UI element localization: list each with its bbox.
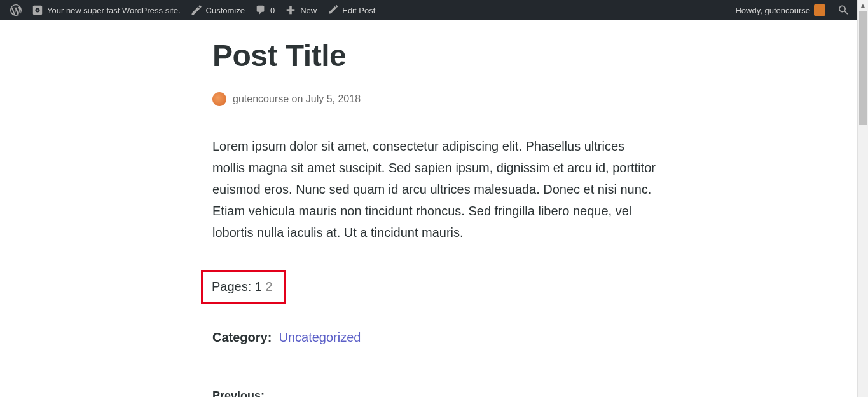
admin-search-button[interactable] — [836, 2, 852, 18]
scroll-thumb[interactable] — [859, 11, 867, 125]
vertical-scrollbar[interactable]: ▲ — [857, 0, 868, 397]
pages-highlight-box: Pages: 1 2 — [201, 270, 286, 304]
admin-bar-left: Your new super fast WordPress site. Cust… — [5, 0, 380, 20]
dashboard-icon — [32, 4, 43, 16]
post-date[interactable]: July 5, 2018 — [306, 93, 361, 104]
scroll-up-arrow[interactable]: ▲ — [858, 0, 868, 11]
post-byline: gutencourse on July 5, 2018 — [212, 92, 658, 106]
category-label: Category: — [212, 330, 272, 344]
page-content-wrap: Post Title gutencourse on July 5, 2018 L… — [0, 20, 857, 397]
page-links: Pages: 1 2 — [212, 270, 286, 304]
comments-count: 0 — [270, 6, 275, 15]
comments-icon — [255, 4, 266, 16]
author-name[interactable]: gutencourse — [233, 93, 289, 104]
user-avatar-mini — [814, 4, 825, 16]
edit-icon — [327, 4, 338, 16]
admin-bar-right: Howdy, gutencourse — [730, 0, 852, 20]
author-avatar — [212, 92, 226, 106]
wp-logo-menu[interactable] — [5, 0, 27, 20]
pages-label: Pages: — [212, 279, 251, 293]
byline-text: gutencourse on July 5, 2018 — [233, 93, 361, 105]
byline-on: on — [292, 93, 303, 104]
prev-label: Previous: — [212, 389, 658, 397]
page-current: 1 — [255, 279, 262, 293]
page-link-2[interactable]: 2 — [266, 279, 273, 293]
edit-post-label: Edit Post — [342, 6, 375, 15]
customize-menu[interactable]: Customize — [186, 0, 250, 20]
category-link[interactable]: Uncategorized — [279, 330, 361, 344]
new-label: New — [300, 6, 317, 15]
comments-menu[interactable]: 0 — [250, 0, 280, 20]
plus-icon — [285, 4, 296, 16]
search-icon — [838, 4, 850, 16]
wp-admin-bar: Your new super fast WordPress site. Cust… — [0, 0, 857, 20]
new-content-menu[interactable]: New — [280, 0, 322, 20]
customize-icon — [191, 4, 202, 16]
site-name-menu[interactable]: Your new super fast WordPress site. — [27, 0, 186, 20]
post-content: Post Title gutencourse on July 5, 2018 L… — [187, 38, 670, 397]
category-line: Category: Uncategorized — [212, 330, 658, 345]
site-title-text: Your new super fast WordPress site. — [47, 6, 181, 15]
post-body-text: Lorem ipsum dolor sit amet, consectetur … — [212, 135, 658, 243]
howdy-text: Howdy, gutencourse — [735, 6, 810, 15]
wordpress-logo-icon — [10, 4, 22, 16]
customize-label: Customize — [206, 6, 245, 15]
post-title: Post Title — [212, 38, 658, 73]
user-account-menu[interactable]: Howdy, gutencourse — [730, 0, 830, 20]
post-navigation-previous[interactable]: Previous: Test — [212, 389, 658, 397]
edit-post-menu[interactable]: Edit Post — [322, 0, 380, 20]
